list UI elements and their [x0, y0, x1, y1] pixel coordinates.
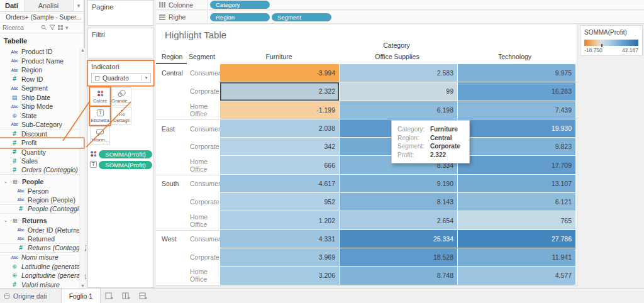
heatmap-cell[interactable]: 6.121 [458, 193, 575, 211]
collapse-chevron-icon[interactable]: ⌄ [4, 218, 8, 223]
field-item[interactable]: AbcRegion [0, 65, 84, 75]
field-item[interactable]: AbcShip Mode [0, 102, 84, 111]
pill-region[interactable]: Region [210, 13, 270, 21]
heatmap-cell[interactable]: 342 [220, 138, 339, 155]
segment-row-header[interactable]: Corporate [188, 193, 219, 211]
field-item[interactable]: AbcProduct Name [0, 57, 84, 66]
search-input[interactable] [3, 25, 39, 31]
field-item[interactable]: #Sales [0, 157, 84, 166]
field-item[interactable]: #Profit [0, 138, 84, 148]
heatmap-cell[interactable]: 19.930 [458, 119, 575, 137]
inform-button[interactable]: Inform... [90, 126, 110, 145]
segment-row-header[interactable]: Corporate [188, 248, 219, 266]
search-icon[interactable] [41, 25, 47, 31]
pill-category[interactable]: Category [210, 1, 270, 9]
grande-button[interactable]: Grande... [111, 87, 131, 106]
view-grid-icon[interactable] [57, 25, 64, 31]
scroll-up-icon[interactable]: ▲ [80, 48, 85, 52]
segment-row-header[interactable]: Corporate [188, 82, 219, 100]
heatmap-cell[interactable]: 666 [220, 156, 339, 174]
heatmap-cell[interactable]: 17.709 [458, 156, 575, 174]
view-options-caret-icon[interactable]: ▾ [65, 25, 69, 31]
heatmap-cell[interactable]: 25.334 [340, 230, 457, 248]
field-item[interactable]: AbcRegion (People) [0, 196, 84, 205]
segment-header[interactable]: Segment [189, 53, 215, 60]
etichetta-button[interactable]: TEtichetta [90, 107, 110, 125]
field-item[interactable]: ⊕State [0, 111, 84, 121]
heatmap-cell[interactable]: 2.654 [340, 211, 457, 229]
field-item[interactable]: #Row ID [0, 75, 84, 84]
field-item[interactable]: ▤Ship Date [0, 93, 84, 102]
filters-shelf[interactable]: Filtri [87, 28, 154, 58]
segment-row-header[interactable]: Consumer [188, 175, 219, 192]
heatmap-cell[interactable]: 27.786 [458, 230, 575, 248]
sheet-tab-foglio1[interactable]: Foglio 1 [61, 289, 101, 303]
data-source-tab[interactable]: Origine dati [0, 289, 61, 303]
heatmap-cell[interactable]: 7.439 [458, 101, 575, 119]
mark-type-dropdown[interactable]: Quadrato ▾ [91, 73, 151, 83]
segment-row-header[interactable]: Consumer [188, 230, 219, 248]
heatmap-cell[interactable]: 3.969 [220, 248, 339, 266]
segment-row-header[interactable]: Consumer [188, 64, 219, 82]
collapse-chevron-icon[interactable]: ⌄ [4, 179, 8, 184]
tab-analisi[interactable]: Analisi [25, 0, 74, 11]
pages-shelf[interactable]: Pagine [87, 0, 154, 26]
field-item[interactable]: ⊕Longitudine (generata) [0, 271, 84, 280]
field-item[interactable]: #Discount [0, 129, 84, 139]
heatmap-cell[interactable]: 4.617 [220, 175, 339, 192]
heatmap-cell[interactable]: 8.748 [340, 267, 457, 284]
heatmap-cell[interactable]: 4.577 [458, 267, 575, 284]
field-item[interactable]: #Quantity [0, 148, 84, 157]
color-legend-card[interactable]: SOMMA(Profit) -18.750 42.187 [580, 25, 643, 56]
heatmap-cell[interactable]: -3.994 [220, 64, 339, 82]
field-item[interactable]: AbcSegment [0, 84, 84, 93]
field-item[interactable]: ⌄⊞People [0, 177, 84, 187]
heatmap-cell[interactable]: 16.283 [458, 82, 575, 100]
heatmap-cell[interactable]: 9.975 [458, 64, 575, 82]
column-header[interactable]: Office Supplies [338, 53, 456, 60]
heatmap-cell[interactable]: 2.038 [220, 119, 339, 137]
segment-row-header[interactable]: Home Office [188, 211, 219, 229]
heatmap-cell[interactable]: 9.190 [340, 175, 457, 192]
region-row-header[interactable] [156, 248, 187, 266]
heatmap-cell[interactable]: 13.107 [458, 175, 575, 192]
segment-row-header[interactable]: Home Office [188, 267, 219, 284]
column-header[interactable]: Technology [456, 53, 574, 60]
data-pane-scrollbar[interactable]: ▲ ▼ [79, 48, 85, 288]
heatmap-cell[interactable]: 4.331 [220, 230, 339, 248]
field-item[interactable]: AbcReturned [0, 234, 84, 244]
region-row-header[interactable] [156, 82, 187, 100]
heatmap-cell[interactable]: 2.583 [340, 64, 457, 82]
heatmap-cell[interactable]: 9.823 [458, 138, 575, 155]
region-row-header[interactable] [156, 138, 187, 155]
heatmap-cell[interactable]: 1.202 [220, 211, 339, 229]
new-worksheet-button[interactable] [101, 289, 118, 303]
heatmap-cell[interactable]: 3.206 [220, 267, 339, 284]
tab-dati[interactable]: Dati [0, 0, 25, 11]
segment-row-header[interactable]: Home Office [188, 101, 219, 119]
heatmap-cell[interactable]: -1.199 [220, 101, 339, 119]
datasource-item[interactable]: Orders+ (Sample - Super... [0, 12, 84, 23]
region-row-header[interactable]: West [156, 230, 187, 248]
region-row-header[interactable] [156, 101, 187, 119]
region-row-header[interactable] [156, 156, 187, 174]
region-row-header[interactable] [156, 267, 187, 284]
dettagli-button[interactable]: Dettagli [111, 107, 131, 125]
heatmap-cell[interactable]: 765 [458, 211, 575, 229]
heatmap-cell[interactable]: 18.528 [340, 248, 457, 266]
field-item[interactable]: #People (Conteggio) [0, 205, 84, 214]
region-header[interactable]: Region [162, 53, 182, 60]
heatmap-cell[interactable]: 8.143 [340, 193, 457, 211]
field-item[interactable]: ⊕Latitudine (generata) [0, 262, 84, 272]
measure-pill[interactable]: SOMMA(Profit) [99, 161, 152, 169]
segment-row-header[interactable]: Home Office [188, 156, 219, 174]
field-item[interactable]: AbcPerson [0, 187, 84, 196]
heatmap-cell[interactable]: 6.198 [340, 101, 457, 119]
heatmap-cell[interactable]: 11.941 [458, 248, 575, 266]
field-item[interactable]: AbcSub-Category [0, 120, 84, 129]
heatmap-cell[interactable]: 99 [340, 82, 457, 100]
region-row-header[interactable]: East [156, 119, 187, 137]
field-item[interactable]: #Returns (Conteggio) [0, 244, 84, 253]
filter-fields-icon[interactable] [49, 25, 55, 31]
field-item[interactable]: AbcOrder ID (Returns) [0, 226, 84, 235]
